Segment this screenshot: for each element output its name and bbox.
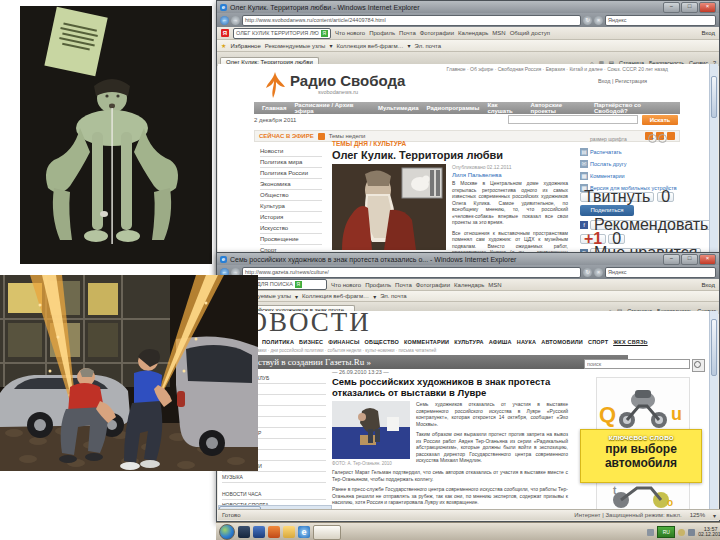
quicklaunch-app-icon[interactable] — [238, 526, 250, 538]
toolbar-link[interactable]: Фотографии — [416, 282, 450, 288]
sidebar-item[interactable]: Культура — [260, 201, 322, 212]
favorites-item[interactable]: Эл. почта — [380, 293, 407, 299]
sidebar-item[interactable]: Новости — [260, 146, 322, 157]
yandex-share-button[interactable]: Поделиться — [580, 205, 634, 216]
close-button[interactable]: × — [699, 254, 716, 265]
toolbar-link[interactable]: Профиль — [365, 282, 391, 288]
nav-item[interactable]: Главная — [262, 105, 286, 111]
toolbar-search-input[interactable]: ОЛЕГ КУЛИК ТЕРРИТОРИЯ ЛЮ Я — [233, 28, 331, 39]
toolbar-link[interactable]: Календарь — [454, 282, 484, 288]
nav-item[interactable]: Авторские проекты — [531, 102, 586, 114]
nav-item[interactable]: АВТОМОБИЛИ — [541, 339, 583, 345]
participate-banner[interactable]: Участвуй в создании Газеты.Ru » — [224, 355, 628, 369]
site-search-button[interactable]: Искать — [642, 115, 678, 125]
powerpoint-icon[interactable] — [268, 526, 280, 538]
ad-text-panel[interactable]: ключевое слово при выборе автомобиля — [580, 429, 702, 483]
nav-item[interactable]: Радиопрограммы — [427, 105, 480, 111]
nav-item[interactable]: СПОРТ — [588, 339, 608, 345]
toolbar-link[interactable]: MSN — [492, 30, 505, 36]
gazeta-search-button[interactable] — [692, 359, 705, 372]
utility-link[interactable]: Китай и далее — [569, 66, 602, 72]
nav-item[interactable]: Расписание / Архив эфира — [294, 102, 370, 114]
share-link[interactable]: Комментарии — [590, 173, 625, 179]
nav-item[interactable]: КУЛЬТУРА — [454, 339, 484, 345]
site-search-input[interactable] — [508, 115, 638, 124]
toolbar-link[interactable]: Что нового — [335, 30, 365, 36]
author-link[interactable]: Лиля Пальвелева — [452, 172, 568, 178]
utility-link[interactable]: Евразия — [546, 66, 565, 72]
nav-item[interactable]: Как слушать — [487, 102, 522, 114]
browser-search-input[interactable]: Яндекс — [605, 267, 716, 278]
sidebar-item[interactable]: Искусство — [260, 223, 322, 234]
facebook-button[interactable]: Рекомендовать — [590, 220, 712, 230]
nav-item[interactable]: КОММЕНТАРИИ — [404, 339, 449, 345]
sidebar-item[interactable]: Просвещение — [260, 234, 322, 245]
article-rubric[interactable]: ТЕМЫ ДНЯ / КУЛЬТУРА — [332, 140, 406, 147]
url-input[interactable]: http://www.svobodanews.ru/content/articl… — [242, 15, 581, 26]
media-player-icon[interactable] — [253, 526, 265, 538]
facebook-icon[interactable]: f — [580, 221, 588, 229]
refresh-icon[interactable]: ↻ — [583, 268, 592, 277]
plusone-button[interactable]: +1 — [580, 234, 606, 244]
forward-icon[interactable]: → — [231, 16, 240, 25]
utility-link[interactable]: Об эфире — [470, 66, 493, 72]
sidebar-item[interactable]: Общество — [260, 190, 322, 201]
utility-link[interactable]: Главное — [447, 66, 466, 72]
browser-search-input[interactable]: Яндекс — [605, 15, 716, 26]
zoom-level[interactable]: 125% — [690, 512, 705, 518]
onair-link[interactable]: Темы недели — [329, 133, 366, 139]
sidebar-item[interactable]: История — [260, 212, 322, 223]
favorites-item[interactable]: Коллекция веб-фрагм… — [336, 43, 403, 49]
language-indicator[interactable]: RU — [657, 526, 675, 538]
toolbar-link[interactable]: Фотографии — [420, 30, 454, 36]
stop-icon[interactable]: × — [594, 16, 603, 25]
nav-item-highlight[interactable]: ЖКХ СВЯЗЬ — [613, 339, 647, 345]
sidebar-item[interactable]: Политика России — [260, 168, 322, 179]
gazeta-subnav[interactable]: выборы · отставки · дни российской полит… — [228, 348, 436, 353]
nav-item[interactable]: АФИША — [489, 339, 512, 345]
minimize-button[interactable]: − — [663, 254, 680, 265]
star-icon[interactable]: ★ — [221, 42, 226, 49]
utility-link[interactable]: Свободная Россия — [498, 66, 541, 72]
nav-item[interactable]: ФИНАНСЫ — [328, 339, 359, 345]
stop-icon[interactable]: × — [594, 268, 603, 277]
back-icon[interactable]: ← — [220, 16, 229, 25]
minimize-button[interactable]: − — [663, 2, 680, 13]
favorites-label[interactable]: Избранное — [230, 43, 260, 49]
favorites-item[interactable]: Рекомендуемые узлы — [265, 43, 326, 49]
font-increase-icon[interactable]: + — [648, 134, 657, 143]
yandex-icon[interactable]: Я — [221, 29, 229, 37]
refresh-icon[interactable]: ↻ — [583, 16, 592, 25]
nav-item[interactable]: ОБЩЕСТВО — [365, 339, 399, 345]
window2-titlebar[interactable]: e Семь российских художников в знак прот… — [217, 253, 719, 265]
sidebar-item[interactable]: МУЗЫКА — [222, 472, 326, 483]
nav-item[interactable]: ПОЛИТИКА — [262, 339, 294, 345]
window1-scrollbar[interactable] — [709, 64, 718, 275]
nav-item[interactable]: НАУКА — [517, 339, 537, 345]
sidebar-item[interactable]: Политика мира — [260, 157, 322, 168]
favorites-item[interactable]: Эл. почта — [415, 43, 442, 49]
close-button[interactable]: × — [699, 2, 716, 13]
nav-item[interactable]: Партнёрство со Свободой? — [594, 102, 672, 114]
site-title[interactable]: Радио Свобода — [290, 72, 405, 89]
share-link[interactable]: Распечатать — [590, 149, 622, 155]
taskbar-clock[interactable]: 13:57 02.12.2011 — [698, 526, 720, 538]
sidebar-item[interactable]: Экономика — [260, 179, 322, 190]
toolbar-link[interactable]: Профиль — [369, 30, 395, 36]
utility-link[interactable]: Союз. СССР. 20 лет назад — [607, 66, 668, 72]
tweet-button[interactable]: Твитнуть — [580, 192, 654, 202]
toolbar-link[interactable]: Общий доступ — [510, 30, 550, 36]
internet-explorer-icon[interactable]: e — [298, 526, 310, 538]
rss-icon[interactable] — [667, 132, 675, 140]
taskbar-window-button[interactable] — [313, 525, 341, 540]
maximize-button[interactable]: □ — [681, 2, 698, 13]
nav-item[interactable]: Мультимедиа — [378, 105, 418, 111]
gazeta-search-input[interactable] — [584, 359, 690, 369]
folder-icon[interactable] — [283, 526, 295, 538]
toolbar-login-link[interactable]: Вход — [701, 30, 715, 36]
toolbar-link[interactable]: Почта — [395, 282, 412, 288]
toolbar-link[interactable]: Почта — [399, 30, 416, 36]
toolbar-link[interactable]: MSN — [488, 282, 501, 288]
tray-icon[interactable] — [647, 529, 654, 536]
share-link[interactable]: Послать другу — [590, 161, 627, 167]
